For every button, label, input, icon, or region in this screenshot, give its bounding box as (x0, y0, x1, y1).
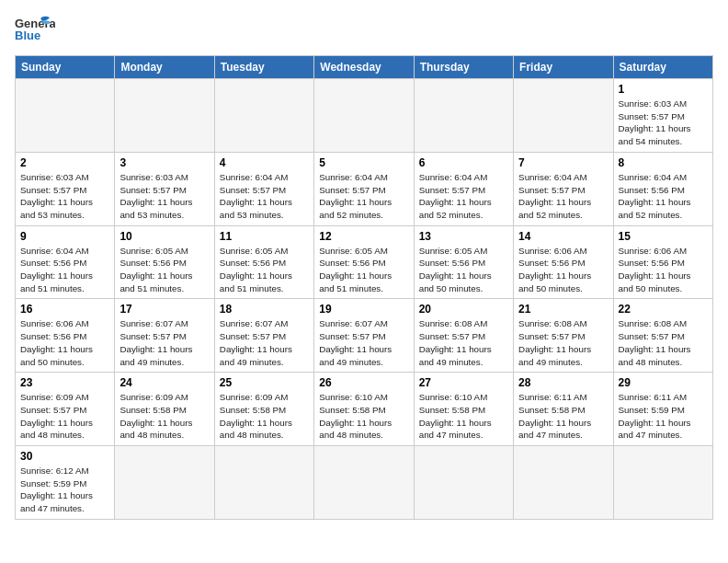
day-number: 12 (319, 230, 408, 243)
calendar-cell: 22Sunrise: 6:08 AM Sunset: 5:57 PM Dayli… (613, 299, 712, 373)
calendar-cell: 25Sunrise: 6:09 AM Sunset: 5:58 PM Dayli… (214, 373, 313, 446)
day-number: 17 (119, 303, 209, 316)
calendar-cell: 3Sunrise: 6:03 AM Sunset: 5:57 PM Daylig… (115, 152, 214, 225)
calendar-week-row: 2Sunrise: 6:03 AM Sunset: 5:57 PM Daylig… (16, 152, 713, 225)
column-header-tuesday: Tuesday (214, 56, 313, 79)
calendar-cell: 12Sunrise: 6:05 AM Sunset: 5:56 PM Dayli… (314, 225, 414, 299)
calendar-week-row: 16Sunrise: 6:06 AM Sunset: 5:56 PM Dayli… (16, 299, 713, 373)
calendar-cell: 13Sunrise: 6:05 AM Sunset: 5:56 PM Dayli… (414, 225, 513, 299)
calendar-cell: 15Sunrise: 6:06 AM Sunset: 5:56 PM Dayli… (613, 225, 712, 299)
calendar-cell: 26Sunrise: 6:10 AM Sunset: 5:58 PM Dayli… (314, 373, 414, 446)
day-info: Sunrise: 6:11 AM Sunset: 5:59 PM Dayligh… (619, 391, 708, 442)
day-number: 2 (20, 156, 109, 169)
day-number: 13 (419, 230, 508, 243)
calendar-table: SundayMondayTuesdayWednesdayThursdayFrid… (15, 55, 713, 520)
day-number: 30 (20, 450, 109, 463)
day-info: Sunrise: 6:06 AM Sunset: 5:56 PM Dayligh… (518, 245, 608, 295)
column-header-monday: Monday (115, 56, 214, 79)
day-info: Sunrise: 6:12 AM Sunset: 5:59 PM Dayligh… (20, 465, 109, 515)
day-info: Sunrise: 6:06 AM Sunset: 5:56 PM Dayligh… (619, 245, 708, 295)
day-number: 9 (20, 230, 109, 243)
calendar-cell: 2Sunrise: 6:03 AM Sunset: 5:57 PM Daylig… (16, 152, 115, 225)
calendar-cell: 18Sunrise: 6:07 AM Sunset: 5:57 PM Dayli… (214, 299, 313, 373)
calendar-cell: 28Sunrise: 6:11 AM Sunset: 5:58 PM Dayli… (514, 373, 613, 446)
calendar-cell (16, 79, 115, 153)
day-number: 10 (119, 230, 209, 243)
calendar-week-row: 1Sunrise: 6:03 AM Sunset: 5:57 PM Daylig… (16, 79, 713, 153)
column-header-saturday: Saturday (613, 56, 712, 79)
day-info: Sunrise: 6:04 AM Sunset: 5:57 PM Dayligh… (220, 171, 309, 222)
day-number: 24 (119, 376, 209, 389)
calendar-week-row: 9Sunrise: 6:04 AM Sunset: 5:56 PM Daylig… (16, 225, 713, 299)
day-number: 25 (220, 376, 309, 389)
day-info: Sunrise: 6:09 AM Sunset: 5:58 PM Dayligh… (220, 391, 309, 442)
calendar-cell: 1Sunrise: 6:03 AM Sunset: 5:57 PM Daylig… (613, 79, 712, 153)
day-info: Sunrise: 6:07 AM Sunset: 5:57 PM Dayligh… (319, 317, 408, 368)
day-info: Sunrise: 6:09 AM Sunset: 5:57 PM Dayligh… (20, 391, 109, 442)
calendar-week-row: 30Sunrise: 6:12 AM Sunset: 5:59 PM Dayli… (16, 446, 713, 520)
calendar-cell: 7Sunrise: 6:04 AM Sunset: 5:57 PM Daylig… (514, 152, 613, 225)
day-number: 7 (518, 156, 608, 169)
calendar-cell: 10Sunrise: 6:05 AM Sunset: 5:56 PM Dayli… (115, 225, 214, 299)
day-number: 20 (419, 303, 508, 316)
calendar-cell (214, 446, 313, 520)
calendar-header-row: SundayMondayTuesdayWednesdayThursdayFrid… (16, 56, 713, 79)
day-info: Sunrise: 6:08 AM Sunset: 5:57 PM Dayligh… (619, 317, 708, 368)
day-info: Sunrise: 6:04 AM Sunset: 5:56 PM Dayligh… (20, 245, 109, 295)
day-number: 1 (619, 83, 708, 96)
day-info: Sunrise: 6:08 AM Sunset: 5:57 PM Dayligh… (518, 317, 608, 368)
calendar-cell: 6Sunrise: 6:04 AM Sunset: 5:57 PM Daylig… (414, 152, 513, 225)
calendar-cell: 4Sunrise: 6:04 AM Sunset: 5:57 PM Daylig… (214, 152, 313, 225)
calendar-cell (314, 446, 414, 520)
column-header-sunday: Sunday (16, 56, 115, 79)
day-number: 18 (220, 303, 309, 316)
day-info: Sunrise: 6:04 AM Sunset: 5:57 PM Dayligh… (419, 171, 508, 222)
day-info: Sunrise: 6:05 AM Sunset: 5:56 PM Dayligh… (119, 245, 209, 295)
day-info: Sunrise: 6:09 AM Sunset: 5:58 PM Dayligh… (119, 391, 209, 442)
calendar-cell (514, 446, 613, 520)
day-info: Sunrise: 6:04 AM Sunset: 5:57 PM Dayligh… (319, 171, 408, 222)
day-number: 6 (419, 156, 508, 169)
day-info: Sunrise: 6:03 AM Sunset: 5:57 PM Dayligh… (119, 171, 209, 222)
calendar-week-row: 23Sunrise: 6:09 AM Sunset: 5:57 PM Dayli… (16, 373, 713, 446)
calendar-cell (414, 446, 513, 520)
day-number: 29 (619, 376, 708, 389)
day-info: Sunrise: 6:05 AM Sunset: 5:56 PM Dayligh… (319, 245, 408, 295)
day-number: 8 (619, 156, 708, 169)
day-info: Sunrise: 6:03 AM Sunset: 5:57 PM Dayligh… (619, 98, 708, 148)
calendar-cell (613, 446, 712, 520)
calendar-cell: 21Sunrise: 6:08 AM Sunset: 5:57 PM Dayli… (514, 299, 613, 373)
day-info: Sunrise: 6:11 AM Sunset: 5:58 PM Dayligh… (518, 391, 608, 442)
calendar-cell: 19Sunrise: 6:07 AM Sunset: 5:57 PM Dayli… (314, 299, 414, 373)
day-info: Sunrise: 6:07 AM Sunset: 5:57 PM Dayligh… (119, 317, 209, 368)
column-header-friday: Friday (514, 56, 613, 79)
calendar-cell: 20Sunrise: 6:08 AM Sunset: 5:57 PM Dayli… (414, 299, 513, 373)
day-info: Sunrise: 6:07 AM Sunset: 5:57 PM Dayligh… (220, 317, 309, 368)
calendar-cell: 23Sunrise: 6:09 AM Sunset: 5:57 PM Dayli… (16, 373, 115, 446)
calendar-cell (314, 79, 414, 153)
day-info: Sunrise: 6:10 AM Sunset: 5:58 PM Dayligh… (319, 391, 408, 442)
calendar-cell: 24Sunrise: 6:09 AM Sunset: 5:58 PM Dayli… (115, 373, 214, 446)
day-number: 23 (20, 376, 109, 389)
logo: General Blue (15, 15, 55, 48)
calendar-cell: 27Sunrise: 6:10 AM Sunset: 5:58 PM Dayli… (414, 373, 513, 446)
column-header-wednesday: Wednesday (314, 56, 414, 79)
page-header: General Blue (15, 15, 713, 48)
day-info: Sunrise: 6:08 AM Sunset: 5:57 PM Dayligh… (419, 317, 508, 368)
calendar-cell (115, 446, 214, 520)
day-info: Sunrise: 6:03 AM Sunset: 5:57 PM Dayligh… (20, 171, 109, 222)
day-number: 5 (319, 156, 408, 169)
day-number: 19 (319, 303, 408, 316)
day-number: 22 (619, 303, 708, 316)
generalblue-logo-icon: General Blue (15, 15, 55, 48)
calendar-cell: 9Sunrise: 6:04 AM Sunset: 5:56 PM Daylig… (16, 225, 115, 299)
calendar-cell (115, 79, 214, 153)
calendar-cell: 16Sunrise: 6:06 AM Sunset: 5:56 PM Dayli… (16, 299, 115, 373)
calendar-cell: 14Sunrise: 6:06 AM Sunset: 5:56 PM Dayli… (514, 225, 613, 299)
day-info: Sunrise: 6:05 AM Sunset: 5:56 PM Dayligh… (220, 245, 309, 295)
day-number: 11 (220, 230, 309, 243)
day-info: Sunrise: 6:10 AM Sunset: 5:58 PM Dayligh… (419, 391, 508, 442)
day-number: 4 (220, 156, 309, 169)
calendar-cell: 30Sunrise: 6:12 AM Sunset: 5:59 PM Dayli… (16, 446, 115, 520)
column-header-thursday: Thursday (414, 56, 513, 79)
